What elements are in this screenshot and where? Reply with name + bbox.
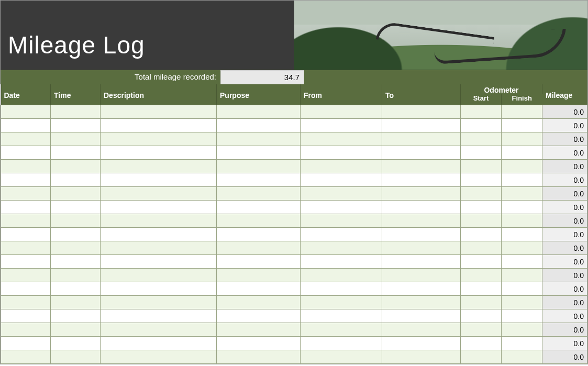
cell-odometer-start[interactable]: [461, 323, 502, 337]
cell-time[interactable]: [51, 119, 101, 132]
cell-to[interactable]: [382, 309, 461, 323]
cell-description[interactable]: [101, 160, 217, 173]
cell-purpose[interactable]: [217, 214, 301, 228]
cell-odometer-start[interactable]: [461, 187, 502, 201]
cell-to[interactable]: [382, 337, 461, 350]
cell-odometer-finish[interactable]: [502, 282, 542, 296]
cell-odometer-finish[interactable]: [502, 105, 542, 119]
cell-to[interactable]: [382, 214, 461, 228]
cell-description[interactable]: [101, 323, 217, 337]
cell-purpose[interactable]: [217, 105, 301, 119]
cell-odometer-finish[interactable]: [502, 350, 542, 364]
cell-odometer-start[interactable]: [461, 255, 502, 269]
cell-to[interactable]: [382, 119, 461, 132]
cell-purpose[interactable]: [217, 173, 301, 187]
cell-date[interactable]: [1, 323, 51, 337]
cell-time[interactable]: [51, 309, 101, 323]
cell-time[interactable]: [51, 337, 101, 350]
cell-odometer-start[interactable]: [461, 296, 502, 309]
cell-date[interactable]: [1, 146, 51, 160]
cell-odometer-start[interactable]: [461, 201, 502, 214]
cell-from[interactable]: [301, 214, 382, 228]
cell-purpose[interactable]: [217, 255, 301, 269]
cell-description[interactable]: [101, 173, 217, 187]
cell-odometer-start[interactable]: [461, 241, 502, 255]
cell-to[interactable]: [382, 201, 461, 214]
cell-odometer-finish[interactable]: [502, 309, 542, 323]
cell-time[interactable]: [51, 146, 101, 160]
cell-purpose[interactable]: [217, 282, 301, 296]
cell-date[interactable]: [1, 173, 51, 187]
cell-description[interactable]: [101, 228, 217, 241]
cell-to[interactable]: [382, 323, 461, 337]
cell-time[interactable]: [51, 173, 101, 187]
cell-to[interactable]: [382, 241, 461, 255]
cell-from[interactable]: [301, 146, 382, 160]
cell-from[interactable]: [301, 337, 382, 350]
cell-odometer-finish[interactable]: [502, 201, 542, 214]
cell-date[interactable]: [1, 241, 51, 255]
cell-odometer-start[interactable]: [461, 350, 502, 364]
cell-odometer-finish[interactable]: [502, 269, 542, 282]
cell-from[interactable]: [301, 241, 382, 255]
cell-time[interactable]: [51, 350, 101, 364]
cell-odometer-finish[interactable]: [502, 323, 542, 337]
cell-time[interactable]: [51, 105, 101, 119]
cell-odometer-start[interactable]: [461, 282, 502, 296]
cell-odometer-finish[interactable]: [502, 132, 542, 146]
cell-odometer-start[interactable]: [461, 119, 502, 132]
cell-odometer-finish[interactable]: [502, 228, 542, 241]
cell-description[interactable]: [101, 337, 217, 350]
cell-description[interactable]: [101, 201, 217, 214]
cell-date[interactable]: [1, 337, 51, 350]
cell-from[interactable]: [301, 173, 382, 187]
cell-description[interactable]: [101, 132, 217, 146]
cell-description[interactable]: [101, 105, 217, 119]
cell-description[interactable]: [101, 187, 217, 201]
cell-time[interactable]: [51, 201, 101, 214]
cell-from[interactable]: [301, 296, 382, 309]
cell-time[interactable]: [51, 282, 101, 296]
cell-odometer-finish[interactable]: [502, 146, 542, 160]
cell-date[interactable]: [1, 105, 51, 119]
cell-odometer-start[interactable]: [461, 132, 502, 146]
cell-to[interactable]: [382, 187, 461, 201]
cell-purpose[interactable]: [217, 296, 301, 309]
cell-time[interactable]: [51, 296, 101, 309]
cell-description[interactable]: [101, 269, 217, 282]
cell-description[interactable]: [101, 282, 217, 296]
cell-time[interactable]: [51, 228, 101, 241]
cell-from[interactable]: [301, 201, 382, 214]
cell-from[interactable]: [301, 309, 382, 323]
cell-purpose[interactable]: [217, 323, 301, 337]
cell-date[interactable]: [1, 160, 51, 173]
cell-time[interactable]: [51, 269, 101, 282]
cell-from[interactable]: [301, 323, 382, 337]
cell-odometer-start[interactable]: [461, 173, 502, 187]
cell-odometer-finish[interactable]: [502, 173, 542, 187]
cell-from[interactable]: [301, 255, 382, 269]
cell-purpose[interactable]: [217, 132, 301, 146]
cell-odometer-start[interactable]: [461, 309, 502, 323]
cell-to[interactable]: [382, 105, 461, 119]
cell-to[interactable]: [382, 296, 461, 309]
cell-to[interactable]: [382, 132, 461, 146]
cell-time[interactable]: [51, 255, 101, 269]
cell-from[interactable]: [301, 350, 382, 364]
cell-time[interactable]: [51, 241, 101, 255]
cell-purpose[interactable]: [217, 309, 301, 323]
cell-date[interactable]: [1, 255, 51, 269]
cell-description[interactable]: [101, 119, 217, 132]
cell-description[interactable]: [101, 296, 217, 309]
cell-from[interactable]: [301, 160, 382, 173]
cell-date[interactable]: [1, 119, 51, 132]
cell-date[interactable]: [1, 282, 51, 296]
cell-date[interactable]: [1, 350, 51, 364]
cell-time[interactable]: [51, 214, 101, 228]
cell-purpose[interactable]: [217, 119, 301, 132]
cell-date[interactable]: [1, 132, 51, 146]
cell-date[interactable]: [1, 269, 51, 282]
cell-to[interactable]: [382, 269, 461, 282]
cell-date[interactable]: [1, 187, 51, 201]
cell-odometer-start[interactable]: [461, 105, 502, 119]
